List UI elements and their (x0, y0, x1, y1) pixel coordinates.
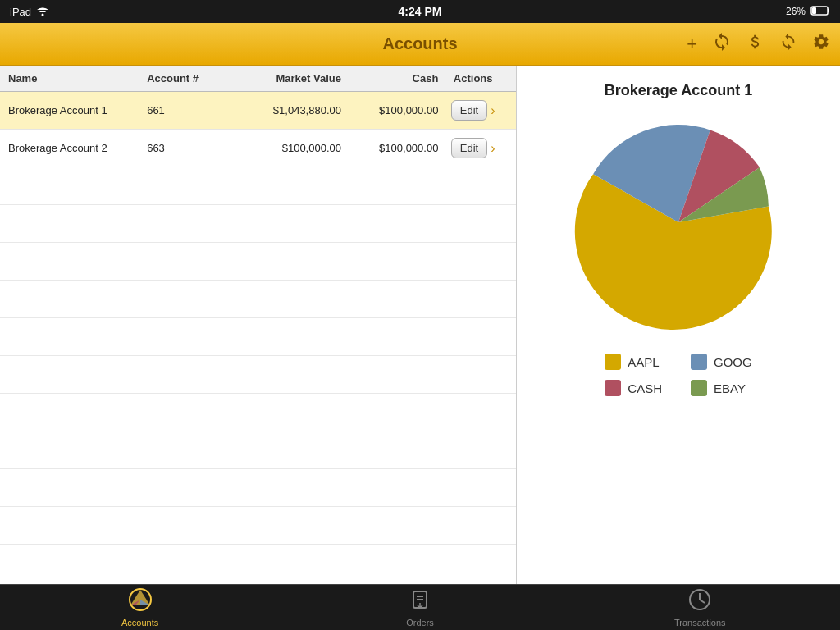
accounts-tab-icon (129, 588, 152, 616)
header-account: Account # (147, 72, 231, 84)
legend-item-ebay: EBAY (691, 380, 752, 396)
cash-swatch (605, 380, 621, 396)
nav-bar: Accounts + (0, 23, 840, 66)
empty-row (0, 243, 516, 281)
aapl-label: AAPL (628, 355, 659, 369)
row-account: 661 (147, 104, 231, 116)
tab-bar: Accounts Orders Transactions (0, 584, 840, 630)
cash-label: CASH (628, 381, 662, 395)
battery-label: 26% (786, 6, 806, 17)
transactions-tab-label: Transactions (674, 618, 726, 628)
main-content: Name Account # Market Value Cash Actions… (0, 66, 840, 584)
table-body: Brokerage Account 1 661 $1,043,880.00 $1… (0, 92, 516, 584)
orders-tab-icon (409, 588, 431, 616)
tab-orders[interactable]: Orders (280, 585, 559, 630)
nav-actions: + (687, 32, 830, 57)
transactions-tab-icon (688, 588, 711, 616)
empty-row (0, 205, 516, 243)
empty-row (0, 431, 516, 469)
header-market-value: Market Value (231, 72, 341, 84)
row-name: Brokerage Account 1 (8, 104, 147, 116)
row-cash: $100,000.00 (341, 104, 438, 116)
edit-button[interactable]: Edit (451, 100, 487, 121)
left-panel: Name Account # Market Value Cash Actions… (0, 66, 517, 584)
empty-row (0, 507, 516, 545)
add-button[interactable]: + (687, 34, 697, 55)
header-name: Name (8, 72, 147, 84)
ebay-label: EBAY (714, 381, 746, 395)
wifi-icon (36, 6, 49, 18)
row-account: 663 (147, 142, 231, 154)
svg-rect-1 (828, 8, 829, 12)
goog-label: GOOG (714, 355, 752, 369)
orders-tab-label: Orders (406, 618, 434, 628)
aapl-swatch (605, 354, 621, 370)
legend-item-aapl: AAPL (605, 354, 666, 370)
row-market-value: $100,000.00 (231, 142, 341, 154)
empty-row (0, 394, 516, 431)
svg-rect-2 (812, 7, 816, 14)
ebay-swatch (691, 380, 707, 396)
chart-title: Brokerage Account 1 (605, 82, 752, 99)
header-cash: Cash (341, 72, 438, 84)
tab-accounts[interactable]: Accounts (0, 585, 280, 630)
legend-item-cash: CASH (605, 380, 666, 396)
empty-row (0, 356, 516, 394)
accounts-tab-label: Accounts (121, 618, 158, 628)
right-panel: Brokerage Account 1 AAPL GOOG (517, 66, 840, 584)
table-row[interactable]: Brokerage Account 2 663 $100,000.00 $100… (0, 130, 516, 167)
status-bar: iPad 4:24 PM 26% (0, 0, 840, 23)
row-actions: Edit › (438, 100, 508, 121)
legend-item-goog: GOOG (691, 354, 752, 370)
empty-row (0, 167, 516, 205)
legend: AAPL GOOG CASH EBAY (588, 354, 768, 396)
chevron-right-icon: › (491, 103, 495, 118)
empty-row (0, 318, 516, 356)
empty-row (0, 281, 516, 318)
chart-container (564, 107, 793, 337)
empty-row (0, 469, 516, 507)
row-actions: Edit › (438, 138, 508, 158)
dollar-button[interactable] (746, 33, 765, 56)
header-actions: Actions (438, 72, 508, 84)
settings-button[interactable] (812, 33, 830, 56)
refresh-button[interactable] (712, 32, 732, 57)
nav-title: Accounts (382, 34, 457, 53)
row-name: Brokerage Account 2 (8, 142, 147, 154)
table-header: Name Account # Market Value Cash Actions (0, 66, 516, 92)
tab-transactions[interactable]: Transactions (560, 585, 840, 630)
goog-swatch (691, 354, 707, 370)
status-time: 4:24 PM (399, 5, 442, 18)
device-label: iPad (10, 6, 31, 18)
status-left: iPad (10, 6, 49, 18)
battery-icon (810, 6, 830, 18)
status-right: 26% (786, 6, 830, 18)
row-cash: $100,000.00 (341, 142, 438, 154)
sync-button[interactable] (779, 33, 797, 56)
edit-button[interactable]: Edit (451, 138, 487, 158)
table-row[interactable]: Brokerage Account 1 661 $1,043,880.00 $1… (0, 92, 516, 130)
svg-line-9 (700, 600, 705, 603)
chevron-right-icon: › (491, 141, 495, 156)
row-market-value: $1,043,880.00 (231, 104, 341, 116)
